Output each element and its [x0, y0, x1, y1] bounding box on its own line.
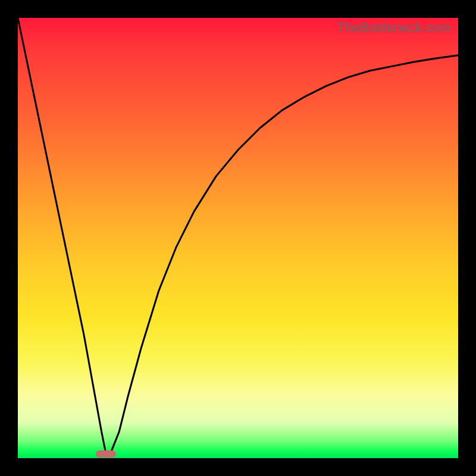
optimum-marker — [96, 450, 116, 458]
chart-frame: TheBottleneck.com — [0, 0, 476, 476]
plot-area: TheBottleneck.com — [18, 18, 458, 458]
bottleneck-curve — [18, 18, 458, 454]
curve-svg — [18, 18, 458, 458]
